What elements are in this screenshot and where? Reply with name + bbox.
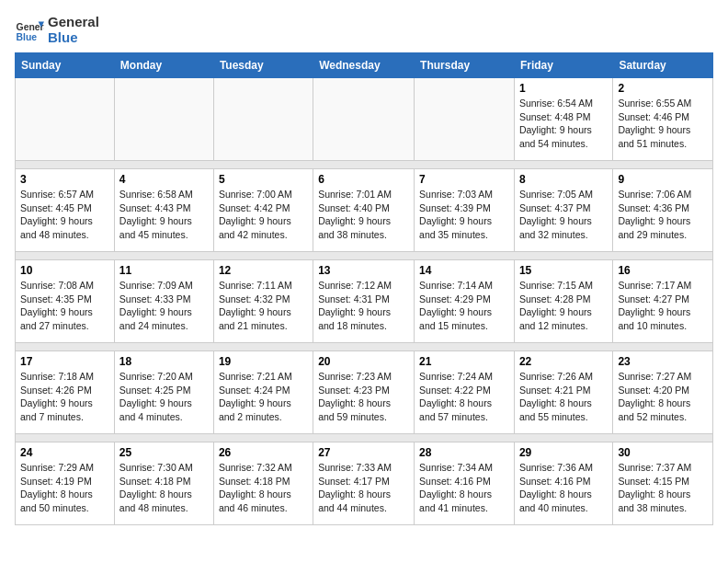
day-info: Sunrise: 7:37 AM Sunset: 4:15 PM Dayligh…	[618, 461, 708, 515]
day-info: Sunrise: 6:54 AM Sunset: 4:48 PM Dayligh…	[519, 97, 608, 151]
calendar-cell: 25Sunrise: 7:30 AM Sunset: 4:18 PM Dayli…	[114, 442, 213, 525]
calendar-cell: 5Sunrise: 7:00 AM Sunset: 4:42 PM Daylig…	[213, 169, 313, 252]
day-number: 7	[419, 173, 509, 186]
day-number: 8	[519, 173, 608, 186]
day-info: Sunrise: 7:33 AM Sunset: 4:17 PM Dayligh…	[318, 461, 409, 515]
calendar-cell	[213, 78, 313, 161]
day-info: Sunrise: 7:23 AM Sunset: 4:23 PM Dayligh…	[318, 370, 409, 424]
day-number: 20	[318, 355, 409, 368]
day-info: Sunrise: 7:34 AM Sunset: 4:16 PM Dayligh…	[419, 461, 509, 515]
calendar-cell: 16Sunrise: 7:17 AM Sunset: 4:27 PM Dayli…	[613, 260, 713, 343]
logo-text-general: General	[48, 15, 99, 30]
calendar-cell: 23Sunrise: 7:27 AM Sunset: 4:20 PM Dayli…	[613, 351, 713, 434]
day-info: Sunrise: 7:30 AM Sunset: 4:18 PM Dayligh…	[119, 461, 209, 515]
day-number: 9	[618, 173, 708, 186]
weekday-header-sunday: Sunday	[16, 53, 115, 78]
calendar-cell: 15Sunrise: 7:15 AM Sunset: 4:28 PM Dayli…	[514, 260, 612, 343]
logo: General Blue General Blue	[15, 15, 99, 45]
day-number: 4	[119, 173, 209, 186]
day-number: 24	[20, 446, 109, 459]
day-info: Sunrise: 6:58 AM Sunset: 4:43 PM Dayligh…	[119, 188, 209, 242]
day-number: 26	[219, 446, 308, 459]
calendar-cell: 2Sunrise: 6:55 AM Sunset: 4:46 PM Daylig…	[613, 78, 713, 161]
day-info: Sunrise: 7:17 AM Sunset: 4:27 PM Dayligh…	[618, 279, 708, 333]
day-number: 27	[318, 446, 409, 459]
week-spacer	[16, 343, 713, 351]
calendar-cell	[415, 78, 515, 161]
day-number: 23	[618, 355, 708, 368]
header: General Blue General Blue	[15, 15, 713, 45]
day-info: Sunrise: 7:29 AM Sunset: 4:19 PM Dayligh…	[20, 461, 109, 515]
day-info: Sunrise: 7:14 AM Sunset: 4:29 PM Dayligh…	[419, 279, 509, 333]
calendar-cell: 24Sunrise: 7:29 AM Sunset: 4:19 PM Dayli…	[16, 442, 115, 525]
calendar-cell: 27Sunrise: 7:33 AM Sunset: 4:17 PM Dayli…	[313, 442, 415, 525]
calendar-cell: 12Sunrise: 7:11 AM Sunset: 4:32 PM Dayli…	[213, 260, 313, 343]
day-info: Sunrise: 7:27 AM Sunset: 4:20 PM Dayligh…	[618, 370, 708, 424]
week-spacer	[16, 161, 713, 169]
day-info: Sunrise: 6:55 AM Sunset: 4:46 PM Dayligh…	[618, 97, 708, 151]
calendar-cell	[16, 78, 115, 161]
calendar-cell: 3Sunrise: 6:57 AM Sunset: 4:45 PM Daylig…	[16, 169, 115, 252]
day-info: Sunrise: 7:18 AM Sunset: 4:26 PM Dayligh…	[20, 370, 109, 424]
week-row-2: 3Sunrise: 6:57 AM Sunset: 4:45 PM Daylig…	[16, 169, 713, 252]
logo-icon: General Blue	[15, 16, 44, 45]
week-spacer	[16, 434, 713, 442]
day-number: 14	[419, 264, 509, 277]
calendar-cell: 19Sunrise: 7:21 AM Sunset: 4:24 PM Dayli…	[213, 351, 313, 434]
weekday-header-tuesday: Tuesday	[213, 53, 313, 78]
calendar-cell: 28Sunrise: 7:34 AM Sunset: 4:16 PM Dayli…	[415, 442, 515, 525]
weekday-header-friday: Friday	[514, 53, 612, 78]
calendar-cell: 10Sunrise: 7:08 AM Sunset: 4:35 PM Dayli…	[16, 260, 115, 343]
day-info: Sunrise: 7:21 AM Sunset: 4:24 PM Dayligh…	[219, 370, 308, 424]
calendar-cell: 22Sunrise: 7:26 AM Sunset: 4:21 PM Dayli…	[514, 351, 612, 434]
day-number: 19	[219, 355, 308, 368]
day-info: Sunrise: 7:05 AM Sunset: 4:37 PM Dayligh…	[519, 188, 608, 242]
calendar-cell: 13Sunrise: 7:12 AM Sunset: 4:31 PM Dayli…	[313, 260, 415, 343]
day-info: Sunrise: 7:24 AM Sunset: 4:22 PM Dayligh…	[419, 370, 509, 424]
calendar-cell: 4Sunrise: 6:58 AM Sunset: 4:43 PM Daylig…	[114, 169, 213, 252]
day-number: 11	[119, 264, 209, 277]
calendar-cell: 6Sunrise: 7:01 AM Sunset: 4:40 PM Daylig…	[313, 169, 415, 252]
calendar-cell: 29Sunrise: 7:36 AM Sunset: 4:16 PM Dayli…	[514, 442, 612, 525]
day-info: Sunrise: 7:09 AM Sunset: 4:33 PM Dayligh…	[119, 279, 209, 333]
day-number: 13	[318, 264, 409, 277]
day-info: Sunrise: 7:26 AM Sunset: 4:21 PM Dayligh…	[519, 370, 608, 424]
day-number: 2	[618, 82, 708, 95]
day-number: 30	[618, 446, 708, 459]
day-info: Sunrise: 7:01 AM Sunset: 4:40 PM Dayligh…	[318, 188, 409, 242]
day-number: 18	[119, 355, 209, 368]
day-number: 12	[219, 264, 308, 277]
weekday-header-saturday: Saturday	[613, 53, 713, 78]
day-info: Sunrise: 7:08 AM Sunset: 4:35 PM Dayligh…	[20, 279, 109, 333]
day-number: 6	[318, 173, 409, 186]
day-number: 22	[519, 355, 608, 368]
day-info: Sunrise: 7:11 AM Sunset: 4:32 PM Dayligh…	[219, 279, 308, 333]
calendar-cell: 8Sunrise: 7:05 AM Sunset: 4:37 PM Daylig…	[514, 169, 612, 252]
logo-text-blue: Blue	[48, 30, 99, 46]
day-number: 16	[618, 264, 708, 277]
week-row-5: 24Sunrise: 7:29 AM Sunset: 4:19 PM Dayli…	[16, 442, 713, 525]
calendar-cell	[313, 78, 415, 161]
week-row-4: 17Sunrise: 7:18 AM Sunset: 4:26 PM Dayli…	[16, 351, 713, 434]
calendar-cell: 17Sunrise: 7:18 AM Sunset: 4:26 PM Dayli…	[16, 351, 115, 434]
calendar-cell: 26Sunrise: 7:32 AM Sunset: 4:18 PM Dayli…	[213, 442, 313, 525]
calendar-cell: 1Sunrise: 6:54 AM Sunset: 4:48 PM Daylig…	[514, 78, 612, 161]
calendar-cell: 20Sunrise: 7:23 AM Sunset: 4:23 PM Dayli…	[313, 351, 415, 434]
weekday-header-wednesday: Wednesday	[313, 53, 415, 78]
day-number: 28	[419, 446, 509, 459]
day-info: Sunrise: 7:03 AM Sunset: 4:39 PM Dayligh…	[419, 188, 509, 242]
calendar-cell	[114, 78, 213, 161]
weekday-header-row: SundayMondayTuesdayWednesdayThursdayFrid…	[16, 53, 713, 78]
day-number: 25	[119, 446, 209, 459]
weekday-header-thursday: Thursday	[415, 53, 515, 78]
day-info: Sunrise: 7:00 AM Sunset: 4:42 PM Dayligh…	[219, 188, 308, 242]
calendar-cell: 21Sunrise: 7:24 AM Sunset: 4:22 PM Dayli…	[415, 351, 515, 434]
day-number: 21	[419, 355, 509, 368]
day-number: 3	[20, 173, 109, 186]
day-info: Sunrise: 7:20 AM Sunset: 4:25 PM Dayligh…	[119, 370, 209, 424]
calendar: SundayMondayTuesdayWednesdayThursdayFrid…	[15, 52, 713, 525]
day-info: Sunrise: 7:36 AM Sunset: 4:16 PM Dayligh…	[519, 461, 608, 515]
svg-text:Blue: Blue	[17, 32, 38, 42]
calendar-cell: 14Sunrise: 7:14 AM Sunset: 4:29 PM Dayli…	[415, 260, 515, 343]
day-number: 17	[20, 355, 109, 368]
